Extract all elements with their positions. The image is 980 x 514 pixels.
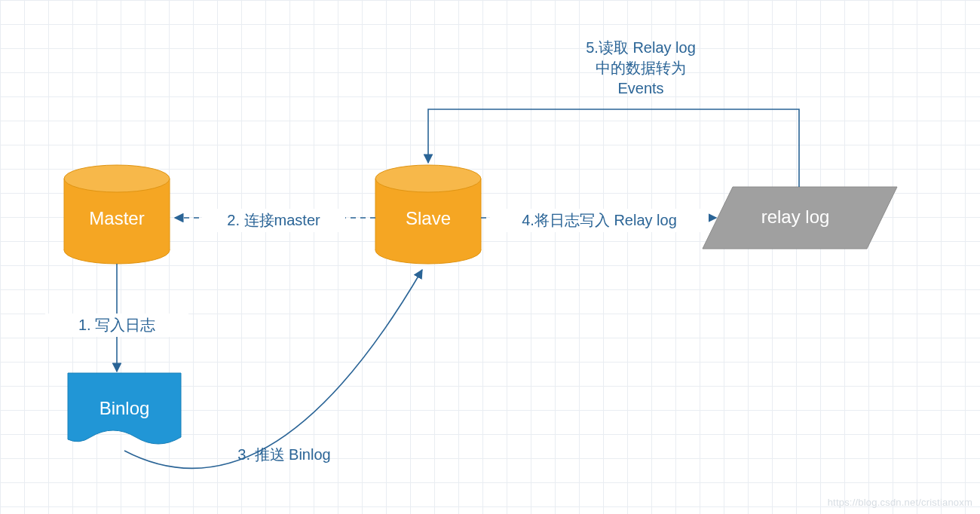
svg-point-5 bbox=[375, 237, 481, 264]
diagram-canvas: Master Slave Binlog relay log 1. 写入日志 2.… bbox=[0, 0, 980, 514]
edge-step4-label: 4.将日志写入 Relay log bbox=[490, 209, 709, 232]
edge-step2-label: 2. 连接master bbox=[202, 209, 345, 232]
diagram-svg bbox=[0, 0, 980, 514]
svg-point-2 bbox=[64, 165, 170, 192]
edge-step3 bbox=[124, 270, 422, 468]
svg-point-7 bbox=[375, 165, 481, 192]
svg-point-0 bbox=[64, 237, 170, 264]
binlog-label: Binlog bbox=[68, 398, 181, 419]
edge-step3-label: 3. 推送 Binlog bbox=[209, 445, 360, 465]
edge-step5 bbox=[428, 109, 799, 187]
watermark: https://blog.csdn.net/cristianoxm bbox=[828, 497, 972, 508]
edge-step5-label: 5.读取 Relay log 中的数据转为 Events bbox=[528, 38, 754, 99]
relay-log-label: relay log bbox=[720, 207, 871, 228]
edge-step1-label: 1. 写入日志 bbox=[45, 314, 188, 337]
slave-label: Slave bbox=[375, 208, 481, 229]
master-label: Master bbox=[64, 208, 170, 229]
